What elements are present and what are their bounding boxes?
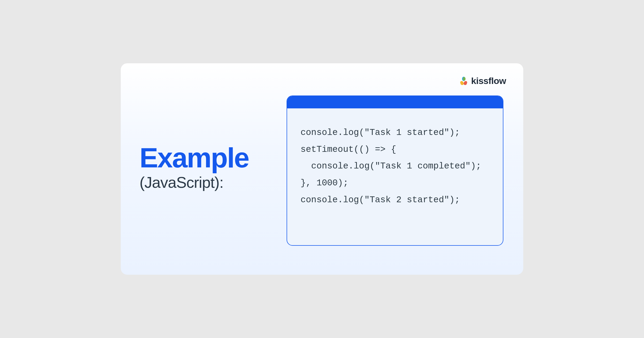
code-line: console.log("Task 2 started");: [301, 192, 489, 209]
svg-point-1: [463, 77, 466, 81]
heading-subtitle: (JavaScript):: [140, 173, 249, 191]
code-line: setTimeout(() => {: [301, 141, 489, 158]
code-window-titlebar: [287, 96, 503, 108]
code-line: }, 1000);: [301, 175, 489, 192]
code-line: console.log("Task 1 completed");: [301, 158, 489, 175]
brand-logo: kissflow: [459, 76, 506, 86]
kissflow-icon: [459, 76, 469, 86]
code-line: console.log("Task 1 started");: [301, 124, 489, 141]
heading-title: Example: [140, 144, 249, 172]
code-window: console.log("Task 1 started"); setTimeou…: [287, 95, 503, 246]
brand-name: kissflow: [471, 76, 506, 86]
code-body: console.log("Task 1 started"); setTimeou…: [287, 108, 503, 219]
slide-canvas: kissflow Example (JavaScript): console.l…: [121, 63, 523, 275]
heading-block: Example (JavaScript):: [140, 144, 249, 191]
